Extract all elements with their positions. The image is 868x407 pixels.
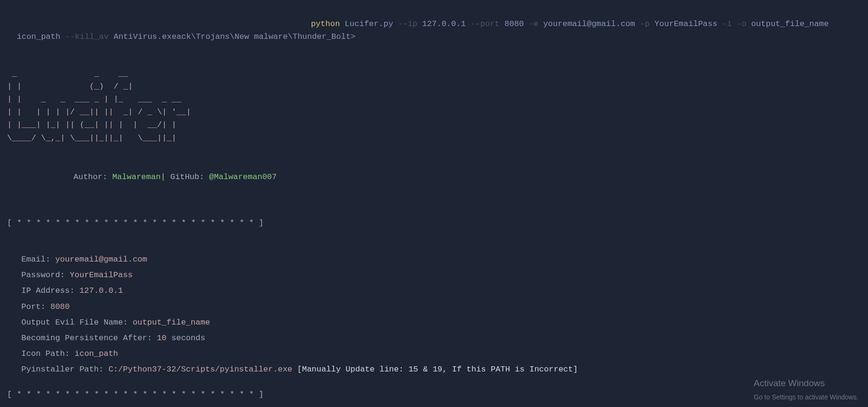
info-icon: Icon Path: icon_path bbox=[21, 347, 861, 360]
cmd-ip-val: 127.0.0.1 bbox=[422, 19, 466, 28]
cmd-kill-val: AntiVirus.exeack\Trojans\New malware\Thu… bbox=[113, 32, 355, 41]
cmd-port-flag: --port bbox=[471, 19, 499, 28]
persist-suffix: seconds bbox=[171, 334, 205, 343]
pyinstaller-note: [Manually Update line: 15 & 19, If this … bbox=[297, 365, 578, 374]
cmd-o-val: output_file_name bbox=[751, 19, 829, 28]
activate-windows-watermark: Activate Windows Go to Settings to activ… bbox=[754, 376, 859, 402]
ip-value: 127.0.0.1 bbox=[79, 286, 123, 295]
cmd-i-flag: -i bbox=[722, 19, 732, 28]
info-output: Output Evil File Name: output_file_name bbox=[21, 316, 861, 329]
output-label: Output Evil File Name: bbox=[21, 318, 128, 327]
cmd-e-val: youremail@gmail.com bbox=[543, 19, 635, 28]
cmd-p-flag: -p bbox=[640, 19, 649, 28]
credits-sep: | bbox=[161, 172, 166, 181]
info-port: Port: 8080 bbox=[21, 300, 861, 313]
persist-label: Becoming Persistence After: bbox=[21, 334, 152, 343]
cmd-python: python bbox=[311, 19, 340, 28]
cmd-ip-flag: --ip bbox=[398, 19, 417, 28]
ip-label: IP Address: bbox=[21, 286, 74, 295]
cmd-script: Lucifer.py bbox=[345, 19, 393, 28]
watermark-sub: Go to Settings to activate Windows. bbox=[754, 392, 859, 402]
cmd-e-flag: -e bbox=[529, 19, 538, 28]
pyinstaller-value: C:/Python37-32/Scripts/pyinstaller.exe bbox=[109, 365, 293, 374]
persist-value: 10 bbox=[157, 334, 166, 343]
ascii-banner: _ _ __ | | (_) / _| | | _ _ ___ _ | |_ _… bbox=[7, 67, 861, 145]
port-label: Port: bbox=[21, 302, 46, 311]
cmd-icon-val: icon_path bbox=[17, 32, 60, 41]
icon-value: icon_path bbox=[74, 349, 118, 358]
port-value: 8080 bbox=[50, 302, 70, 311]
watermark-title: Activate Windows bbox=[754, 376, 859, 390]
stars-top: [ * * * * * * * * * * * * * * * * * * * … bbox=[7, 217, 861, 229]
author-value: Malwareman bbox=[112, 172, 161, 181]
info-password: Password: YourEmailPass bbox=[21, 269, 861, 281]
info-block: Email: youremail@gmail.com Password: You… bbox=[21, 253, 861, 376]
pyinstaller-label: Pyinstaller Path: bbox=[21, 365, 103, 374]
email-value: youremail@gmail.com bbox=[55, 255, 147, 264]
cmd-o-flag: -o bbox=[737, 19, 746, 28]
info-email: Email: youremail@gmail.com bbox=[21, 253, 861, 266]
credits-line: Author: Malwareman| GitHub: @Malwareman0… bbox=[74, 171, 861, 183]
cmd-port-val: 8080 bbox=[505, 19, 524, 28]
command-line: python Lucifer.py --ip 127.0.0.1 --port … bbox=[7, 5, 861, 44]
cmd-p-val: YourEmailPass bbox=[655, 19, 718, 28]
github-value: @Malwareman007 bbox=[209, 172, 277, 181]
password-label: Password: bbox=[21, 271, 65, 280]
output-value: output_file_name bbox=[133, 318, 210, 327]
info-ip: IP Address: 127.0.0.1 bbox=[21, 284, 861, 297]
email-label: Email: bbox=[21, 255, 50, 264]
cmd-kill-flag: --kill_av bbox=[65, 32, 109, 41]
info-pyinstaller: Pyinstaller Path: C:/Python37-32/Scripts… bbox=[21, 363, 861, 376]
password-value: YourEmailPass bbox=[70, 271, 133, 280]
github-label: GitHub: bbox=[170, 172, 204, 181]
icon-label: Icon Path: bbox=[21, 349, 70, 358]
author-label: Author: bbox=[74, 172, 107, 181]
info-persist: Becoming Persistence After: 10 seconds bbox=[21, 332, 861, 344]
stars-bottom: [ * * * * * * * * * * * * * * * * * * * … bbox=[7, 388, 861, 401]
